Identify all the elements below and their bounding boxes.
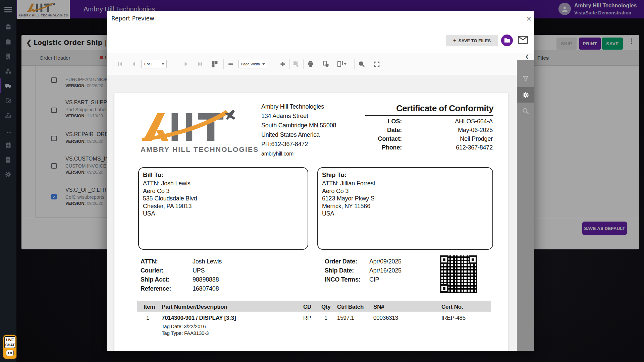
col-header: CD <box>303 304 311 310</box>
detail-value: 98898888 <box>193 276 219 283</box>
chevron-down-icon <box>162 63 164 65</box>
bill-to-line: ATTN: Josh Lewis <box>143 180 304 187</box>
field-value: AHLOS-664-A <box>392 118 493 125</box>
next-page-icon[interactable] <box>182 60 190 68</box>
company-name: Ambry Hill Technologies <box>261 103 324 110</box>
last-page-icon[interactable] <box>196 60 204 68</box>
bill-to-box: Bill To: ATTN: Josh Lewis Aero Co 3 535 … <box>138 167 308 250</box>
first-page-icon[interactable] <box>116 60 124 68</box>
zoom-in-icon[interactable] <box>279 60 287 68</box>
row-ctrl-batch: 1597.1 <box>337 315 354 321</box>
col-header: Part Number/Description <box>162 304 227 310</box>
detail-value: UPS <box>193 267 205 274</box>
report-preview-modal: Report Preview ✕ + SAVE TO FILES 1 of 1 … <box>107 11 534 351</box>
modal-title: Report Preview <box>111 15 154 22</box>
bill-to-line: Aero Co 3 <box>143 187 304 195</box>
folder-icon <box>504 38 510 43</box>
col-header: Ctrl Batch <box>337 304 364 310</box>
bill-to-line: Chester, PA 19013 <box>143 202 304 210</box>
toolbar-divider <box>289 59 290 69</box>
company-phone: PH:612-367-8472 <box>261 141 308 148</box>
bill-to-title: Bill To: <box>143 171 304 179</box>
collapse-chevron-icon[interactable]: ❮ <box>525 54 531 59</box>
field-label: LOS: <box>335 118 402 125</box>
row-sn: 00036313 <box>373 315 398 321</box>
application-window: AMBRY HILL TECHNOLOGIES Ambry Hill Techn… <box>0 0 644 362</box>
live-chat-line1: LIVE <box>5 338 15 343</box>
zoom-out-icon[interactable] <box>227 60 235 68</box>
ship-to-line: 6123 Mayor Pkwy S <box>322 195 488 202</box>
company-city: South Cambridge MN 55008 <box>261 122 336 129</box>
detail-label: Courier: <box>141 267 163 274</box>
detail-value: Apr/16/2025 <box>369 267 401 274</box>
live-chat-widget[interactable]: LIVE CHAT <box>3 335 17 359</box>
viewer-toolbar: 1 of 1 Page Width <box>107 53 534 75</box>
prev-page-icon[interactable] <box>129 60 138 68</box>
detail-label: ATTN: <box>141 258 158 265</box>
viewer-body: AMBRY HILL TECHNOLOGIES Ambry Hill Techn… <box>107 75 534 351</box>
col-header: Item <box>144 304 155 310</box>
qr-code <box>440 255 477 293</box>
detail-value: 16807408 <box>193 285 219 292</box>
close-icon[interactable]: ✕ <box>525 15 533 22</box>
detail-label: Reference: <box>141 285 171 292</box>
mail-icon <box>518 36 528 44</box>
field-label: Date: <box>335 127 402 134</box>
email-report-button[interactable] <box>518 36 528 45</box>
detail-value: Josh Lewis <box>193 258 222 265</box>
field-value: 612-367-8472 <box>392 144 493 151</box>
col-header: Qty <box>321 304 331 310</box>
field-value: Neil Prodger <box>392 135 493 142</box>
export-options-tab[interactable] <box>517 87 534 103</box>
save-to-files-button[interactable]: + SAVE TO FILES <box>446 35 498 46</box>
print-page-icon[interactable] <box>322 60 330 68</box>
plus-icon: + <box>453 37 457 44</box>
ship-to-line: Merrick, NY 11566 <box>322 202 488 210</box>
detail-label: Ship Acct: <box>141 276 169 283</box>
page-select[interactable]: 1 of 1 <box>141 60 167 68</box>
search-icon <box>522 107 529 115</box>
company-website: ambryhill.com <box>261 151 293 157</box>
ship-to-line: USA <box>322 210 488 218</box>
chevron-down-icon <box>262 63 265 65</box>
document-page: AMBRY HILL TECHNOLOGIES Ambry Hill Techn… <box>114 93 508 351</box>
bill-to-line: 535 Cloudsdale Blvd <box>143 195 304 202</box>
gear-icon <box>522 91 530 99</box>
ship-to-box: Ship To: ATTN: Jillian Forrest Aero Co 3… <box>317 167 493 250</box>
bill-to-line: USA <box>143 210 304 218</box>
fullscreen-icon[interactable] <box>373 60 381 68</box>
ship-to-line: Aero Co 3 <box>322 187 488 195</box>
selection-tool-icon[interactable] <box>292 60 300 68</box>
export-icon[interactable] <box>336 60 347 68</box>
page-indicator: 1 of 1 <box>144 62 153 66</box>
zoom-mode-select[interactable]: Page Width <box>238 60 267 68</box>
field-value: May-06-2025 <box>392 127 493 134</box>
aht-logo-large <box>139 108 254 145</box>
row-cert-no: IREP-485 <box>441 315 466 321</box>
zoom-mode-label: Page Width <box>241 62 260 66</box>
table-header-row: Item Part Number/Description CD Qty Ctrl… <box>137 301 491 312</box>
logo-caption: AMBRY HILL TECHNOLOGIES <box>141 145 259 154</box>
row-qty: 1 <box>324 315 327 321</box>
certificate-title: Certificate of Conformity <box>365 103 493 116</box>
print-icon[interactable] <box>307 60 315 68</box>
row-tag-type: Tag Type: FAA8130-3 <box>162 330 209 336</box>
qr-finder <box>469 255 477 264</box>
search-tab[interactable] <box>517 103 534 119</box>
live-chat-line2: CHAT <box>5 343 15 348</box>
multipage-view-icon[interactable] <box>211 60 219 68</box>
parameters-filter-tab[interactable] <box>517 71 534 86</box>
toolbar-divider <box>354 59 355 69</box>
search-icon[interactable] <box>358 60 366 68</box>
save-to-folder-button[interactable] <box>501 35 513 46</box>
viewer-side-rail <box>517 60 534 351</box>
toolbar-divider <box>223 59 224 69</box>
company-street: 134 Adams Street <box>261 113 308 120</box>
robot-mascot-icon <box>6 350 14 356</box>
col-header: SN# <box>373 304 384 310</box>
detail-value: CIP <box>369 276 379 283</box>
toolbar-divider <box>303 59 304 69</box>
qr-finder <box>440 255 448 264</box>
detail-label: Ship Date: <box>325 267 354 274</box>
filter-icon <box>522 75 529 82</box>
